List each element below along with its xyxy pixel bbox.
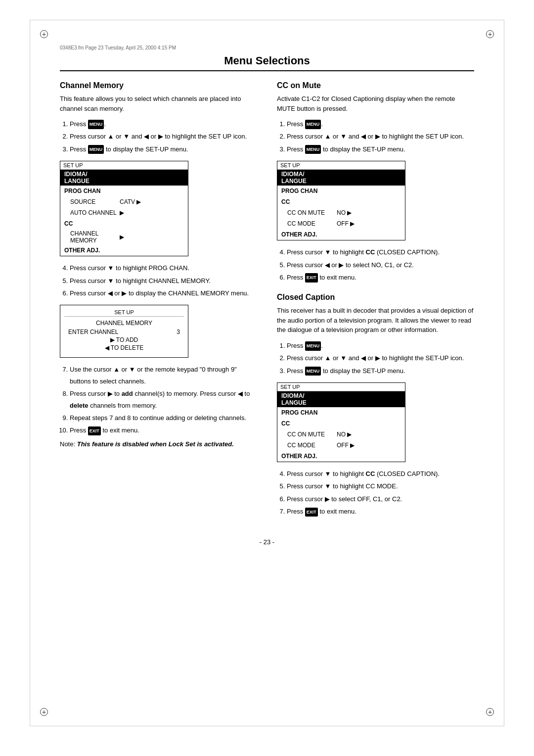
closed-caption-section: Closed Caption This receiver has a built… [277, 293, 474, 517]
closed-caption-title: Closed Caption [277, 293, 474, 302]
menu-button-icon: MENU [88, 120, 104, 129]
cc-step-2: Press cursor ▲ or ▼ and ◀ or ▶ to highli… [287, 131, 474, 142]
cc2-setup-title: SET UP [277, 383, 405, 391]
cc-on-mute-steps: Press MENU. Press cursor ▲ or ▼ and ◀ or… [287, 118, 474, 155]
step-1: Press MENU. [70, 118, 257, 130]
channel-memory-steps-2: Press cursor ▼ to highlight PROG CHAN. P… [70, 262, 257, 299]
cm-setup-title: SET UP [64, 308, 184, 317]
cc-exit-btn: EXIT [305, 273, 318, 282]
menu-row-other-adj: OTHER ADJ. [60, 245, 188, 256]
cc-step-3: Press MENU to display the SET-UP menu. [287, 143, 474, 155]
cc-step-4: Press cursor ▼ to highlight CC (CLOSED C… [287, 246, 474, 258]
cc-menu-prog-chan: PROG CHAN [277, 186, 405, 196]
cc-on-mute-title: CC on Mute [277, 81, 474, 90]
corner-mark-tl [40, 30, 48, 38]
corner-mark-br [486, 708, 494, 716]
cc2-step-3: Press MENU to display the SET-UP menu. [287, 365, 474, 377]
menu-row-cc: CC [60, 218, 188, 229]
two-column-layout: Channel Memory This feature allows you t… [60, 81, 474, 519]
cc2-menu-cc-on-mute: CC ON MUTE NO ▶ [277, 429, 405, 440]
corner-mark-tr [486, 30, 494, 38]
menu-row-auto-channel: AUTO CHANNEL ▶ [60, 207, 188, 218]
cc-step-6: Press EXIT to exit menu. [287, 272, 474, 283]
cc2-menu-idioma: IDIOMA/LANGUE [277, 391, 405, 407]
closed-caption-steps: Press MENU. Press cursor ▲ or ▼ and ◀ or… [287, 340, 474, 377]
cc2-menu-cc-mode: CC MODE OFF ▶ [277, 440, 405, 451]
cm-enter-row: ENTER CHANNEL 3 [68, 329, 180, 335]
corner-mark-bl [40, 708, 48, 716]
cc-step-5: Press cursor ◀ or ▶ to select NO, C1, or… [287, 259, 474, 271]
cc2-step-4: Press cursor ▼ to highlight CC (CLOSED C… [287, 468, 474, 479]
cc-on-mute-menu-box: SET UP IDIOMA/LANGUE PROG CHAN CC CC ON … [277, 161, 405, 240]
cc2-step-5: Press cursor ▼ to highlight CC MODE. [287, 480, 474, 492]
menu-row-prog-chan: PROG CHAN [60, 186, 188, 196]
closed-caption-menu-box: SET UP IDIOMA/LANGUE PROG CHAN CC CC ON … [277, 382, 405, 462]
cc-setup-title: SET UP [277, 161, 405, 170]
exit-button-icon: EXIT [88, 426, 101, 435]
cc2-menu-btn-1: MENU [305, 341, 321, 350]
step-3: Press MENU to display the SET-UP menu. [70, 143, 257, 155]
cc-menu-other-adj: OTHER ADJ. [277, 229, 405, 240]
page-number: - 23 - [60, 538, 474, 546]
cc2-menu-cc: CC [277, 418, 405, 429]
note-line: Note: This feature is disabled when Lock… [60, 439, 257, 449]
cc2-menu-btn-2: MENU [305, 367, 321, 376]
cc2-step-6: Press cursor ▶ to select OFF, C1, or C2. [287, 493, 474, 505]
menu-button-icon-2: MENU [88, 145, 104, 154]
cc2-step-1: Press MENU. [287, 340, 474, 351]
channel-memory-menu-box: SET UP CHANNEL MEMORY ENTER CHANNEL 3 ▶ … [60, 305, 188, 358]
file-meta: 0348E3.fm Page 23 Tuesday, April 25, 200… [60, 45, 474, 50]
step-4: Press cursor ▼ to highlight PROG CHAN. [70, 262, 257, 274]
cc-menu-cc-on-mute: CC ON MUTE NO ▶ [277, 207, 405, 218]
setup-menu-box-1: SET UP IDIOMA/LANGUE PROG CHAN SOURCE CA… [60, 161, 188, 256]
cc2-exit-btn: EXIT [305, 508, 318, 517]
step-8: Press cursor ▶ to add channel(s) to memo… [70, 388, 257, 411]
page-wrapper: 0348E3.fm Page 23 Tuesday, April 25, 200… [30, 20, 504, 726]
menu-row-idioma: IDIOMA/LANGUE [60, 170, 188, 186]
cc-menu-cc: CC [277, 196, 405, 207]
cm-delete-row: ◀ TO DELETE [68, 344, 180, 351]
cc-menu-idioma: IDIOMA/LANGUE [277, 170, 405, 186]
cc-menu-cc-mode: CC MODE OFF ▶ [277, 218, 405, 229]
page-title: Menu Selections [60, 54, 474, 71]
cc-on-mute-section: CC on Mute Activate C1-C2 for Closed Cap… [277, 81, 474, 283]
cc2-step-2: Press cursor ▲ or ▼ and ◀ or ▶ to highli… [287, 352, 474, 364]
channel-memory-steps-3: Use the cursor ▲ or ▼ or the remote keyp… [70, 364, 257, 436]
cc2-step-7: Press EXIT to exit menu. [287, 506, 474, 517]
setup-title-1: SET UP [60, 161, 188, 170]
note-label: Note: [60, 440, 75, 448]
step-2: Press cursor ▲ or ▼ and ◀ or ▶ to highli… [70, 131, 257, 142]
channel-memory-steps: Press MENU. Press cursor ▲ or ▼ and ◀ or… [70, 118, 257, 155]
closed-caption-steps-2: Press cursor ▼ to highlight CC (CLOSED C… [287, 468, 474, 518]
cc2-menu-prog-chan: PROG CHAN [277, 407, 405, 418]
cc2-menu-other-adj: OTHER ADJ. [277, 451, 405, 462]
cm-title-row: CHANNEL MEMORY [68, 320, 180, 327]
closed-caption-desc: This receiver has a built in decoder tha… [277, 306, 474, 335]
cc-on-mute-desc: Activate C1-C2 for Closed Captioning dis… [277, 94, 474, 113]
menu-row-channel-memory: CHANNEL MEMORY ▶ [60, 229, 188, 245]
menu-row-source: SOURCE CATV ▶ [60, 196, 188, 207]
step-7: Use the cursor ▲ or ▼ or the remote keyp… [70, 364, 257, 387]
channel-memory-section: Channel Memory This feature allows you t… [60, 81, 257, 519]
cc-section: CC on Mute Activate C1-C2 for Closed Cap… [277, 81, 474, 519]
step-6: Press cursor ◀ or ▶ to display the CHANN… [70, 287, 257, 299]
channel-memory-title: Channel Memory [60, 81, 257, 90]
cm-add-row: ▶ TO ADD [68, 336, 180, 343]
step-10: Press EXIT to exit menu. [70, 425, 257, 436]
cc-step-1: Press MENU. [287, 118, 474, 130]
step-5: Press cursor ▼ to highlight CHANNEL MEMO… [70, 275, 257, 286]
note-text: This feature is disabled when Lock Set i… [77, 440, 234, 448]
cc-menu-btn-2: MENU [305, 145, 321, 154]
step-9: Repeat steps 7 and 8 to continue adding … [70, 412, 257, 424]
cc-on-mute-steps-2: Press cursor ▼ to highlight CC (CLOSED C… [287, 246, 474, 283]
channel-memory-desc: This feature allows you to select which … [60, 94, 257, 113]
cc-menu-btn-1: MENU [305, 120, 321, 129]
